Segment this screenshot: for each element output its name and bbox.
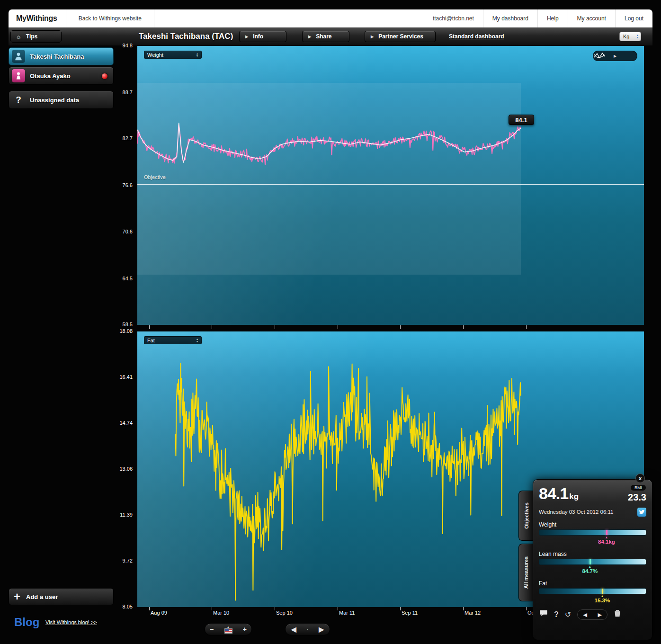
tab-all-measures[interactable]: All measures (518, 544, 534, 601)
y-axis-label: 76.6 (109, 182, 133, 188)
play-icon: ▶ (308, 35, 311, 39)
divider-tick (400, 325, 401, 329)
weight-metric-selector[interactable]: Weight ▲▼ (144, 51, 202, 59)
app-logo[interactable]: MyWithings (9, 9, 66, 27)
share-label: Share (316, 33, 331, 40)
zoom-control: − ▲ + (205, 623, 252, 635)
twitter-share-icon[interactable] (637, 508, 646, 517)
weight-chart[interactable]: Objective Weight ▲▼ ▶ (137, 46, 644, 325)
toolbar: ☼ Tips Takeshi Tachibana (TAC) ▶ Info ▶ … (9, 27, 652, 45)
gauge-marker (590, 559, 591, 564)
timeline-flag[interactable]: ▲ (224, 626, 232, 634)
blog-link[interactable]: Visit Withings blog! >> (45, 619, 97, 625)
header: MyWithings Back to Withings website ttac… (9, 9, 652, 27)
y-axis-label: 88.7 (109, 89, 133, 95)
undo-icon[interactable]: ↺ (565, 609, 571, 620)
page-title: Takeshi Tachibana (TAC) (139, 27, 233, 45)
previous-record-button[interactable]: ◀ (583, 612, 587, 618)
sidebar-unassigned-data[interactable]: ? Unassigned data (9, 91, 114, 109)
record-nav: ◀ ▶ (577, 609, 607, 620)
metric-label: Fat (539, 580, 646, 587)
gauge-value: ▲84.1kg (598, 536, 615, 545)
y-axis-label: 94.8 (109, 43, 133, 48)
x-axis-tick (463, 607, 464, 610)
divider-tick (463, 325, 464, 329)
tips-button[interactable]: ☼ Tips (10, 30, 62, 43)
weight-unit: kg (569, 492, 579, 501)
partner-services-button[interactable]: ▶ Partner Services (365, 31, 436, 42)
pan-control: ◀ · ▶ (285, 623, 330, 635)
nav-my-account[interactable]: My account (568, 9, 615, 27)
tab-objectives[interactable]: Objectives (518, 491, 534, 541)
y-axis-label: 82.7 (109, 135, 133, 141)
y-axis-label: 14.74 (109, 420, 133, 426)
info-button[interactable]: ▶ Info (239, 31, 286, 42)
x-axis-label: Mar 11 (339, 610, 355, 616)
value-tooltip: 84.1 (509, 115, 534, 125)
divider-tick (275, 325, 275, 329)
fat-gauge[interactable] (539, 588, 646, 594)
x-axis-tick (275, 607, 275, 610)
weight-value: 84.1 (539, 484, 568, 502)
y-axis-label: 9.72 (109, 558, 133, 564)
y-axis-label: 16.41 (109, 374, 133, 380)
sidebar-user-takeshi[interactable]: Takeshi Tachibana (9, 47, 114, 65)
x-axis-label: Mar 10 (213, 610, 229, 616)
nav-log-out[interactable]: Log out (615, 9, 652, 27)
lean-mass-gauge[interactable] (539, 559, 646, 565)
blog-logo[interactable]: Blog (14, 616, 39, 629)
close-popup-button[interactable]: x (635, 474, 645, 483)
metric-label: Weight (539, 521, 646, 528)
help-icon[interactable]: ? (554, 609, 559, 620)
add-user-button[interactable]: + Add a user (9, 588, 114, 605)
pan-left-button[interactable]: ◀ (291, 624, 296, 635)
nav-my-dashboard[interactable]: My dashboard (483, 9, 537, 27)
pan-right-button[interactable]: ▶ (319, 624, 324, 635)
x-axis-label: Mar 12 (464, 610, 481, 616)
select-arrows-icon: ▲▼ (196, 338, 198, 343)
y-axis-label: 70.6 (109, 229, 133, 234)
trash-icon[interactable] (614, 609, 621, 620)
nav-help[interactable]: Help (537, 9, 568, 27)
next-record-button[interactable]: ▶ (598, 612, 601, 618)
male-avatar-icon (12, 50, 25, 63)
divider-tick (338, 325, 338, 329)
x-axis-label: Sep 11 (402, 610, 418, 616)
divider-tick (526, 325, 527, 329)
select-arrows-icon: ▲▼ (636, 34, 639, 39)
chart-style-widget[interactable]: ▶ (593, 51, 637, 61)
zoom-out-button[interactable]: − (210, 624, 214, 635)
weight-gauge[interactable] (539, 529, 646, 536)
select-arrows-icon: ▲▼ (196, 53, 198, 57)
x-axis-tick (400, 607, 401, 610)
divider-tick (212, 325, 212, 329)
sidebar-user-otsuka[interactable]: Otsuka Ayako (9, 67, 114, 85)
gauge-marker (606, 530, 607, 535)
x-axis-tick (338, 607, 338, 610)
unit-value: Kg (623, 34, 629, 39)
metric-lean-mass: Lean mass ▲84.7% (539, 551, 646, 576)
bmi-badge: BMI (630, 484, 646, 491)
partner-services-label: Partner Services (378, 33, 423, 40)
y-axis-labels: 94.888.782.776.670.664.558.518.0816.4114… (109, 0, 134, 644)
y-axis-label: 13.06 (109, 466, 133, 472)
x-axis-label: Sep 10 (276, 610, 293, 616)
metric-selector-value: Weight (147, 52, 163, 58)
zoom-in-button[interactable]: + (243, 624, 247, 635)
user-name: Takeshi Tachibana (30, 53, 84, 60)
play-icon: ▶ (371, 35, 374, 39)
y-axis-label: 64.5 (109, 276, 133, 281)
measurement-date: Wednesday 03 Oct 2012 06:11 (539, 509, 614, 515)
unassigned-label: Unassigned data (30, 97, 79, 104)
share-button[interactable]: ▶ Share (302, 31, 349, 42)
y-axis-label: 58.5 (109, 322, 133, 327)
y-axis-label: 18.08 (109, 328, 133, 334)
y-axis-label: 11.39 (109, 512, 133, 518)
question-icon: ? (12, 93, 25, 107)
tips-label: Tips (26, 33, 37, 40)
fat-metric-selector[interactable]: Fat ▲▼ (144, 336, 202, 344)
standard-dashboard-link[interactable]: Standard dashboard (449, 27, 504, 45)
unit-select[interactable]: Kg ▲▼ (619, 32, 641, 41)
comment-icon[interactable] (539, 609, 548, 620)
user-name: Otsuka Ayako (30, 72, 71, 80)
